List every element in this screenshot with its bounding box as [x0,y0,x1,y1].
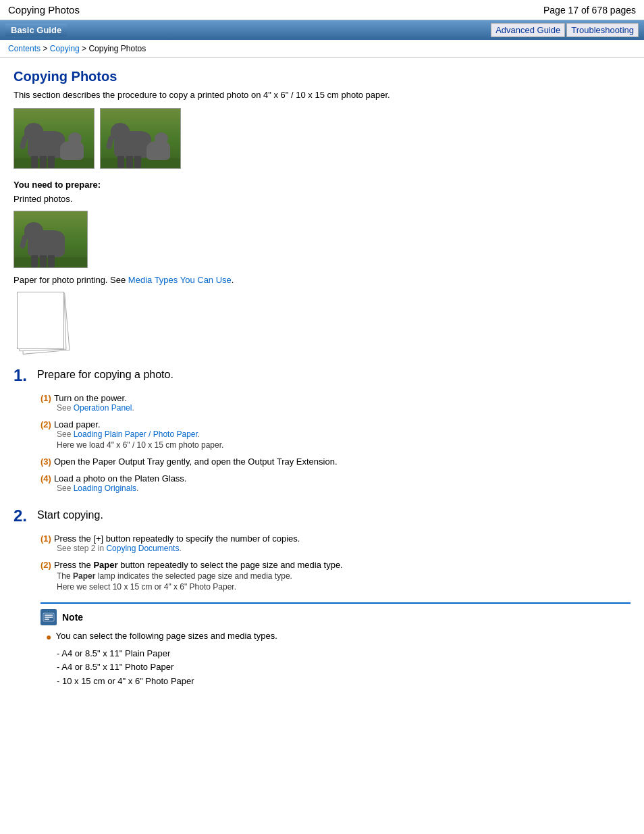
main-content: Copying Photos This section describes th… [0,58,644,713]
step-2-sub1-text: Press the [+] button repeatedly to speci… [54,533,300,544]
step-1-sub1-text: Turn on the power. [54,393,127,403]
note-list: A4 or 8.5" x 11" Plain PaperA4 or 8.5" x… [46,647,630,689]
breadcrumb-copying[interactable]: Copying [50,44,80,53]
step-1-sub1-num: (1) [41,393,51,403]
step-2-sub2: (2) Press the Paper button repeatedly to… [41,560,630,592]
step-1-sub2-link: See Loading Plain Paper / Photo Paper. [41,429,630,439]
note-content: ● You can select the following page size… [41,631,630,689]
prepare-photo [14,211,88,268]
step-2-title: Start copying. [37,506,103,521]
note-header: Note [41,609,630,625]
note-box: Note ● You can select the following page… [41,602,630,689]
bullet-dot: ● [46,631,51,644]
intro-text: This section describes the procedure to … [14,90,630,100]
paper-stack-image [14,292,74,353]
step-1-sub2-note: Here we load 4" x 6" / 10 x 15 cm photo … [41,440,630,450]
step-2-header: 2. Start copying. [14,506,630,525]
step-1-sub3-text: Open the Paper Output Tray gently, and o… [54,457,338,467]
step-1-number: 1. [14,366,37,385]
media-types-link[interactable]: Media Types You Can Use [128,275,232,285]
step-1-sub4-text: Load a photo on the Platen Glass. [54,473,187,484]
copying-documents-link[interactable]: Copying Documents [106,544,179,553]
step-2-number: 2. [14,506,37,525]
prepare-item1: Printed photos. [14,194,630,204]
step-1-sub4-num: (4) [41,473,51,484]
step-1-sub3: (3) Open the Paper Output Tray gently, a… [41,457,630,467]
page-title: Copying Photos [14,69,630,84]
paper-bold-2: Paper [73,571,95,581]
note-icon [41,609,57,625]
demo-photo-1 [14,108,95,169]
page-info: Page 17 of 678 pages [543,5,636,16]
step-1-sub4: (4) Load a photo on the Platen Glass. Se… [41,473,630,493]
step-1-sub2-text: Load paper. [54,419,101,429]
step-1-sub3-num: (3) [41,457,51,467]
paper-bold-1: Paper [93,560,117,570]
step-2-sub1-num: (1) [41,533,51,544]
step-2-sub2-select-note: Here we select 10 x 15 cm or 4" x 6" Pho… [41,582,630,592]
prepare-subtitle: You need to prepare: [14,180,630,190]
breadcrumb-current: Copying Photos [88,44,146,53]
note-list-item: 10 x 15 cm or 4" x 6" Photo Paper [57,675,630,689]
step-1-sub1-link: See Operation Panel. [41,403,630,413]
step-1-sub4-link: See Loading Originals. [41,484,630,493]
step-2-container: 2. Start copying. (1) Press the [+] butt… [14,506,630,689]
step-1-sub1: (1) Turn on the power. See Operation Pan… [41,393,630,413]
step-2-sub1-link: See step 2 in Copying Documents. [41,544,630,553]
note-list-item: A4 or 8.5" x 11" Photo Paper [57,660,630,675]
note-bullet-text: You can select the following page sizes … [55,631,277,641]
nav-bar: Basic Guide Advanced Guide Troubleshooti… [0,20,644,40]
advanced-guide-link[interactable]: Advanced Guide [491,23,565,37]
prepare-item2: Paper for photo printing. See Media Type… [14,275,630,285]
step-2-sub2-lamp-note: The Paper lamp indicates the selected pa… [41,571,630,581]
note-list-item: A4 or 8.5" x 11" Plain Paper [57,647,630,661]
nav-links: Advanced Guide Troubleshooting [491,23,639,37]
step-1-container: 1. Prepare for copying a photo. (1) Turn… [14,366,630,493]
breadcrumb: Contents > Copying > Copying Photos [0,40,644,58]
step-1-sub2: (2) Load paper. See Loading Plain Paper … [41,419,630,450]
step-1-sub2-num: (2) [41,419,51,429]
step-1-title: Prepare for copying a photo. [37,366,173,381]
troubleshooting-link[interactable]: Troubleshooting [566,23,639,37]
top-bar: Copying Photos Page 17 of 678 pages [0,0,644,20]
window-title: Copying Photos [8,4,80,16]
loading-originals-link[interactable]: Loading Originals [74,484,136,493]
step-1-header: 1. Prepare for copying a photo. [14,366,630,385]
basic-guide-label: Basic Guide [5,24,67,36]
demo-photo-2 [100,108,181,169]
breadcrumb-contents[interactable]: Contents [8,44,41,53]
loading-paper-link[interactable]: Loading Plain Paper / Photo Paper [74,429,198,439]
note-bullet-item: ● You can select the following page size… [46,631,630,644]
step-2-sub1: (1) Press the [+] button repeatedly to s… [41,533,630,553]
step-2-sub2-text: Press the Paper button repeatedly to sel… [54,560,343,570]
note-title: Note [62,612,83,623]
demo-photo-row [14,108,630,169]
operation-panel-link[interactable]: Operation Panel [74,403,132,413]
step-2-sub2-num: (2) [41,560,51,570]
